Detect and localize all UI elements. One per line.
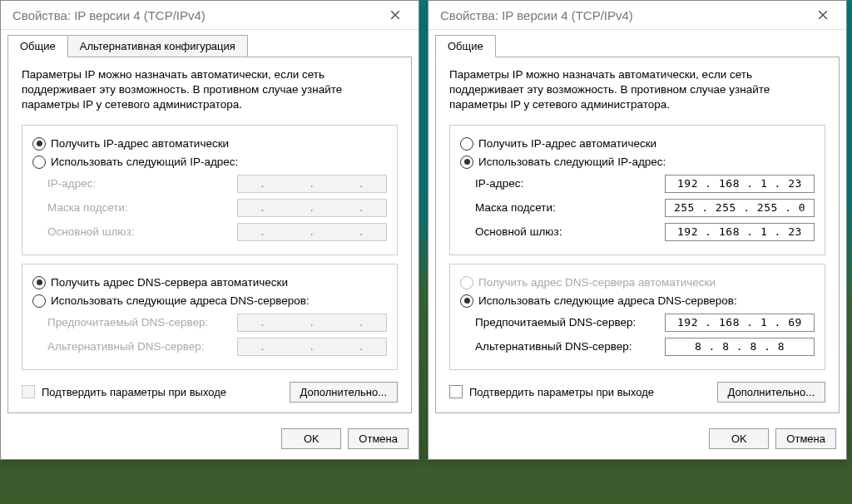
radio-ip-manual[interactable]: Использовать следующий IP-адрес: bbox=[32, 156, 387, 169]
radio-icon bbox=[32, 156, 46, 169]
radio-label: Получить адрес DNS-сервера автоматически bbox=[51, 276, 288, 289]
radio-icon bbox=[32, 137, 46, 151]
ok-button[interactable]: OK bbox=[281, 428, 341, 449]
radio-icon bbox=[32, 294, 46, 308]
radio-dns-auto[interactable]: Получить адрес DNS-сервера автоматически bbox=[32, 276, 387, 289]
close-icon bbox=[818, 10, 828, 20]
close-icon bbox=[390, 10, 400, 20]
label-ip: IP-адрес: bbox=[475, 177, 665, 190]
titlebar: Свойства: IP версии 4 (TCP/IPv4) bbox=[1, 1, 419, 30]
dns-group: Получить адрес DNS-сервера автоматически… bbox=[22, 264, 398, 370]
advanced-button[interactable]: Дополнительно... bbox=[717, 382, 825, 403]
input-ip: ... bbox=[237, 175, 387, 193]
tab-alt-config[interactable]: Альтернативная конфигурация bbox=[67, 35, 248, 57]
titlebar: Свойства: IP версии 4 (TCP/IPv4) bbox=[428, 1, 846, 30]
tabstrip: Общие Альтернативная конфигурация bbox=[7, 35, 412, 57]
input-dns2[interactable]: 8 . 8 . 8 . 8 bbox=[665, 338, 815, 356]
cancel-button[interactable]: Отмена bbox=[348, 428, 409, 449]
radio-label: Использовать следующие адреса DNS-сервер… bbox=[478, 294, 737, 307]
label-gateway: Основной шлюз: bbox=[475, 225, 665, 238]
dns-group: Получить адрес DNS-сервера автоматически… bbox=[449, 264, 825, 370]
advanced-button[interactable]: Дополнительно... bbox=[290, 382, 398, 403]
label-dns1: Предпочитаемый DNS-сервер: bbox=[47, 316, 237, 329]
radio-icon bbox=[460, 156, 473, 169]
radio-label: Получить адрес DNS-сервера автоматически bbox=[478, 276, 716, 289]
radio-icon bbox=[460, 276, 473, 289]
label-validate: Подтвердить параметры при выходе bbox=[42, 386, 226, 398]
intro-text: Параметры IP можно назначать автоматичес… bbox=[22, 67, 398, 113]
radio-label: Получить IP-адрес автоматически bbox=[478, 137, 656, 150]
close-button[interactable] bbox=[377, 3, 414, 27]
input-dns2: ... bbox=[237, 338, 387, 356]
radio-icon bbox=[460, 137, 473, 151]
radio-ip-auto[interactable]: Получить IP-адрес автоматически bbox=[32, 137, 387, 151]
intro-text: Параметры IP можно назначать автоматичес… bbox=[449, 67, 825, 113]
radio-dns-manual[interactable]: Использовать следующие адреса DNS-сервер… bbox=[32, 294, 387, 308]
tab-pane: Параметры IP можно назначать автоматичес… bbox=[435, 57, 840, 413]
tab-general[interactable]: Общие bbox=[7, 35, 68, 57]
radio-dns-manual[interactable]: Использовать следующие адреса DNS-сервер… bbox=[460, 294, 815, 308]
checkbox-validate[interactable] bbox=[449, 385, 463, 398]
radio-icon bbox=[460, 294, 473, 308]
input-gateway[interactable]: 192 . 168 . 1 . 23 bbox=[665, 223, 815, 241]
bottom-row: Подтвердить параметры при выходе Дополни… bbox=[22, 382, 398, 403]
radio-icon bbox=[32, 276, 46, 289]
dialog-footer: OK Отмена bbox=[428, 420, 846, 459]
tab-general[interactable]: Общие bbox=[435, 35, 496, 57]
input-dns1[interactable]: 192 . 168 . 1 . 69 bbox=[665, 314, 815, 332]
radio-ip-auto[interactable]: Получить IP-адрес автоматически bbox=[460, 137, 815, 151]
radio-dns-auto: Получить адрес DNS-сервера автоматически bbox=[460, 276, 815, 289]
ipv4-properties-dialog-right: Свойства: IP версии 4 (TCP/IPv4) Общие П… bbox=[428, 0, 847, 460]
label-dns1: Предпочитаемый DNS-сервер: bbox=[475, 316, 665, 329]
input-ip[interactable]: 192 . 168 . 1 . 23 bbox=[665, 175, 815, 193]
ok-button[interactable]: OK bbox=[709, 428, 769, 449]
label-dns2: Альтернативный DNS-сервер: bbox=[47, 340, 237, 353]
bottom-row: Подтвердить параметры при выходе Дополни… bbox=[449, 382, 825, 403]
ip-group: Получить IP-адрес автоматически Использо… bbox=[449, 125, 825, 255]
label-dns2: Альтернативный DNS-сервер: bbox=[475, 340, 665, 353]
input-dns1: ... bbox=[237, 314, 387, 332]
radio-label: Использовать следующий IP-адрес: bbox=[478, 156, 666, 168]
dialog-footer: OK Отмена bbox=[1, 420, 419, 459]
window-title: Свойства: IP версии 4 (TCP/IPv4) bbox=[440, 8, 805, 22]
close-button[interactable] bbox=[805, 3, 841, 27]
ipv4-properties-dialog-left: Свойства: IP версии 4 (TCP/IPv4) Общие А… bbox=[0, 0, 419, 460]
label-mask: Маска подсети: bbox=[47, 201, 237, 214]
tabstrip: Общие bbox=[435, 35, 840, 57]
label-ip: IP-адрес: bbox=[47, 177, 237, 190]
label-validate: Подтвердить параметры при выходе bbox=[469, 386, 654, 398]
input-mask[interactable]: 255 . 255 . 255 . 0 bbox=[665, 199, 815, 217]
radio-label: Использовать следующий IP-адрес: bbox=[51, 156, 238, 168]
checkbox-validate[interactable] bbox=[22, 385, 35, 398]
radio-label: Использовать следующие адреса DNS-сервер… bbox=[51, 294, 310, 307]
cancel-button[interactable]: Отмена bbox=[775, 428, 836, 449]
input-gateway: ... bbox=[237, 223, 387, 241]
label-mask: Маска подсети: bbox=[475, 201, 665, 214]
input-mask: ... bbox=[237, 199, 387, 217]
label-gateway: Основной шлюз: bbox=[47, 225, 237, 238]
ip-group: Получить IP-адрес автоматически Использо… bbox=[22, 125, 398, 255]
tab-pane: Параметры IP можно назначать автоматичес… bbox=[7, 57, 412, 413]
radio-label: Получить IP-адрес автоматически bbox=[51, 137, 229, 150]
window-title: Свойства: IP версии 4 (TCP/IPv4) bbox=[12, 8, 377, 22]
radio-ip-manual[interactable]: Использовать следующий IP-адрес: bbox=[460, 156, 815, 169]
